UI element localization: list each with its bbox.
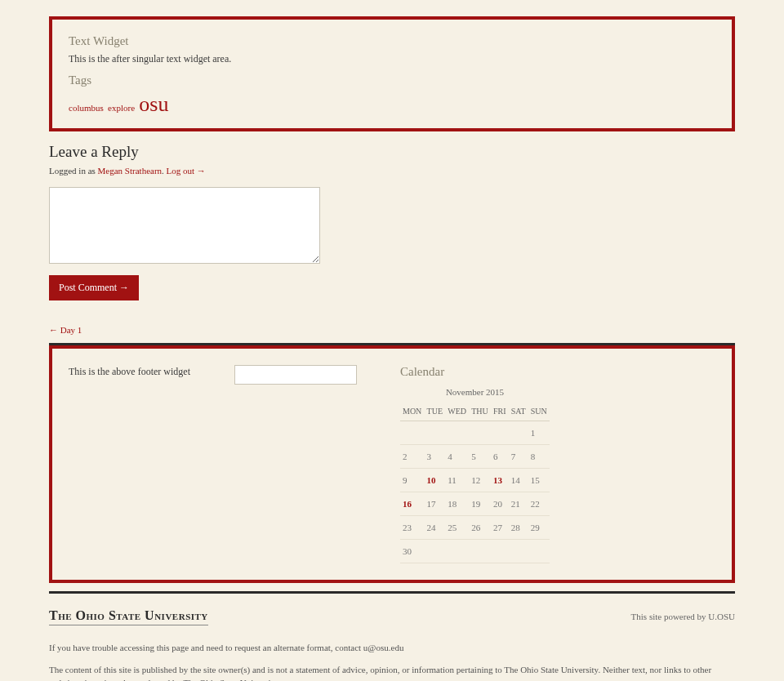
calendar-day: 19 <box>469 492 491 516</box>
calendar-day: 18 <box>445 492 469 516</box>
calendar-dow: TUE <box>425 402 446 421</box>
calendar-day: 1 <box>528 421 550 445</box>
calendar-day <box>491 421 509 445</box>
comment-textarea[interactable] <box>49 187 320 264</box>
calendar-day <box>528 540 550 563</box>
prev-arrow: ← <box>49 325 60 335</box>
leave-reply-heading: Leave a Reply <box>49 143 735 161</box>
calendar-day: 2 <box>400 445 425 469</box>
footer-widget-col-3: Calendar November 2015 MONTUEWEDTHUFRISA… <box>400 365 550 563</box>
footer-widget-label: This is the above footer widget <box>69 366 190 378</box>
logged-in-user-link[interactable]: Megan Strathearn <box>98 166 163 176</box>
calendar-day <box>509 540 528 563</box>
calendar-day: 23 <box>400 516 425 540</box>
calendar-dow: MON <box>400 402 425 421</box>
calendar-day: 29 <box>528 516 550 540</box>
site-footer: The Ohio State University This site powe… <box>49 591 735 681</box>
calendar-day <box>509 421 528 445</box>
after-singular-widget-area: Text Widget This is the after singular t… <box>49 16 735 131</box>
access-email-link[interactable]: u@osu.edu <box>363 643 404 652</box>
calendar-day: 9 <box>400 469 425 492</box>
calendar-day: 15 <box>528 469 550 492</box>
calendar-day: 3 <box>425 445 446 469</box>
calendar-day <box>491 540 509 563</box>
calendar-day <box>469 540 491 563</box>
calendar-week-row: 1 <box>400 421 550 445</box>
logged-in-prefix: Logged in as <box>49 166 98 176</box>
calendar-day: 26 <box>469 516 491 540</box>
tag-link[interactable]: columbus <box>69 103 104 113</box>
calendar-day: 4 <box>445 445 469 469</box>
calendar-day: 20 <box>491 492 509 516</box>
post-comment-button[interactable]: Post Comment → <box>49 275 139 300</box>
powered-link[interactable]: U.OSU <box>708 612 735 621</box>
calendar-day: 28 <box>509 516 528 540</box>
calendar-week-row: 9101112131415 <box>400 469 550 492</box>
tag-link[interactable]: osu <box>139 92 168 116</box>
calendar-day[interactable]: 16 <box>400 492 425 516</box>
calendar-table: November 2015 MONTUEWEDTHUFRISATSUN 1234… <box>400 387 550 563</box>
tag-link[interactable]: explore <box>108 103 135 113</box>
calendar-day <box>445 540 469 563</box>
footer-widget-col-1: This is the above footer widget <box>69 365 218 563</box>
logout-link[interactable]: Log out → <box>167 166 206 176</box>
calendar-day: 22 <box>528 492 550 516</box>
prev-post-link[interactable]: Day 1 <box>60 325 82 335</box>
calendar-day <box>400 421 425 445</box>
calendar-week-row: 16171819202122 <box>400 492 550 516</box>
access-prefix: If you have trouble accessing this page … <box>49 643 363 652</box>
calendar-day: 11 <box>445 469 469 492</box>
calendar-day <box>425 540 446 563</box>
calendar-day: 24 <box>425 516 446 540</box>
disclaimer-text: The content of this site is published by… <box>49 664 735 681</box>
search-input[interactable] <box>234 365 357 385</box>
calendar-dow: SUN <box>528 402 550 421</box>
calendar-week-row: 2345678 <box>400 445 550 469</box>
footer-widget-col-2 <box>234 365 384 563</box>
calendar-day[interactable]: 13 <box>491 469 509 492</box>
calendar-day <box>425 421 446 445</box>
calendar-caption: November 2015 <box>400 387 550 402</box>
calendar-dow: FRI <box>491 402 509 421</box>
powered-prefix: This site powered by <box>631 612 709 621</box>
calendar-title: Calendar <box>400 365 550 379</box>
calendar-day: 27 <box>491 516 509 540</box>
calendar-dow: THU <box>469 402 491 421</box>
post-nav-prev: ← Day 1 <box>49 325 735 335</box>
footer-widget-col-4 <box>566 365 715 563</box>
text-widget-title: Text Widget <box>69 34 715 48</box>
above-footer-widget-area: This is the above footer widget Calendar… <box>49 345 735 583</box>
calendar-week-row: 23242526272829 <box>400 516 550 540</box>
calendar-dow-row: MONTUEWEDTHUFRISATSUN <box>400 402 550 421</box>
calendar-day: 6 <box>491 445 509 469</box>
calendar-day[interactable]: 10 <box>425 469 446 492</box>
accessibility-notice: If you have trouble accessing this page … <box>49 642 735 654</box>
university-name: The Ohio State University <box>49 608 208 625</box>
calendar-day: 7 <box>509 445 528 469</box>
powered-by: This site powered by U.OSU <box>631 612 735 621</box>
calendar-dow: SAT <box>509 402 528 421</box>
tags-title: Tags <box>69 73 715 87</box>
calendar-day: 12 <box>469 469 491 492</box>
calendar-week-row: 30 <box>400 540 550 563</box>
calendar-day: 25 <box>445 516 469 540</box>
calendar-day: 21 <box>509 492 528 516</box>
tag-cloud: columbus explore osu <box>69 92 715 117</box>
calendar-day: 8 <box>528 445 550 469</box>
calendar-day: 17 <box>425 492 446 516</box>
calendar-day <box>445 421 469 445</box>
calendar-dow: WED <box>445 402 469 421</box>
calendar-day: 5 <box>469 445 491 469</box>
calendar-day: 30 <box>400 540 425 563</box>
calendar-day <box>469 421 491 445</box>
text-widget-body: This is the after singular text widget a… <box>69 53 715 65</box>
logged-in-line: Logged in as Megan Strathearn. Log out → <box>49 166 735 176</box>
calendar-day: 14 <box>509 469 528 492</box>
